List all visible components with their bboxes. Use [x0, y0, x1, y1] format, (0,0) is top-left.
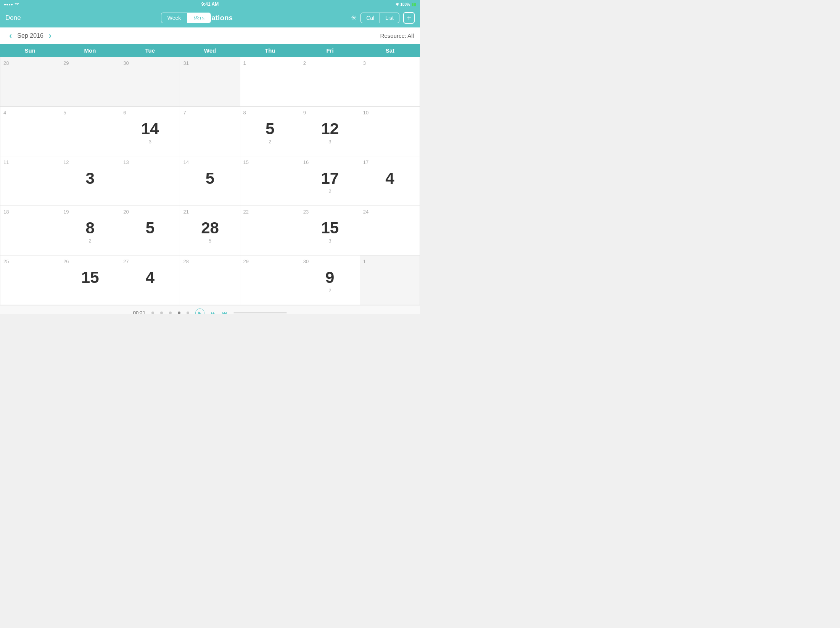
reservation-count: 5	[123, 219, 177, 237]
calendar-cell[interactable]: 7	[180, 107, 240, 156]
calendar-cell[interactable]: 1	[360, 255, 420, 305]
calendar-cell[interactable]: 205	[120, 206, 180, 255]
calendar-cell[interactable]: 29	[60, 57, 120, 107]
calendar-cell[interactable]: 174	[360, 156, 420, 206]
status-right-icons: ✱ 100% ▮▮	[396, 2, 416, 6]
calendar-cell[interactable]: 1	[240, 57, 300, 107]
calendar-cell[interactable]: 15	[240, 156, 300, 206]
reservation-count: 15	[303, 219, 357, 237]
calendar-cell[interactable]: 123	[60, 156, 120, 206]
cell-date: 17	[363, 159, 369, 165]
day-header-fri: Fri	[300, 44, 360, 57]
cell-date: 22	[243, 209, 249, 215]
sub-count: 2	[303, 188, 357, 194]
calendar-cell[interactable]: 4	[0, 107, 60, 156]
day-header-sun: Sun	[0, 44, 60, 57]
calendar-cell[interactable]: 6143	[120, 107, 180, 156]
add-button[interactable]: +	[403, 12, 415, 24]
calendar-cell[interactable]: 2	[300, 57, 360, 107]
calendar-cell[interactable]: 11	[0, 156, 60, 206]
done-button[interactable]: Done	[5, 14, 21, 22]
next-month-button[interactable]: ›	[46, 31, 55, 41]
dot-5	[187, 312, 189, 314]
playback-progress-bar[interactable]	[233, 312, 287, 313]
cell-date: 11	[3, 159, 9, 165]
reservation-count: 28	[183, 219, 237, 237]
reservation-count: 12	[303, 120, 357, 138]
nav-bar: Done Week Mon Reservations ✳ Cal List +	[0, 8, 420, 27]
battery-percent: 100%	[400, 2, 410, 6]
playback-time: 00:21	[133, 310, 146, 314]
cell-date: 30	[303, 259, 309, 264]
calendar-cell[interactable]: 28	[180, 255, 240, 305]
calendar-cell[interactable]: 9123	[300, 107, 360, 156]
reservation-count: 9	[303, 268, 357, 287]
bottom-bar: 00:21 ▶ ⏭ ⏮	[0, 305, 420, 314]
month-label: Sep 2016	[17, 32, 43, 39]
skip-forward-icon[interactable]: ⏭	[211, 310, 216, 314]
calendar-cell[interactable]: 22	[240, 206, 300, 255]
nav-right-controls: ✳ Cal List +	[351, 12, 415, 24]
cell-date: 28	[183, 259, 188, 264]
calendar-cell[interactable]: 10	[360, 107, 420, 156]
calendar-cell[interactable]: 25	[0, 255, 60, 305]
cell-date: 19	[63, 209, 69, 215]
cal-list-toggle: Cal List	[360, 13, 399, 23]
week-button[interactable]: Week	[161, 13, 188, 23]
sub-count: 5	[183, 238, 237, 244]
calendar-cell[interactable]: 3	[360, 57, 420, 107]
cell-date: 3	[363, 60, 366, 66]
calendar-cell[interactable]: 852	[240, 107, 300, 156]
calendar-cell[interactable]: 31	[180, 57, 240, 107]
sub-count: 2	[303, 287, 357, 293]
resource-label: Resource: All	[380, 32, 414, 39]
prev-month-button[interactable]: ‹	[6, 31, 15, 41]
cell-date: 14	[183, 159, 188, 165]
calendar-grid: 2829303112345614378529123101112313145151…	[0, 57, 420, 305]
calendar-cell[interactable]: 16172	[300, 156, 360, 206]
cell-date: 20	[123, 209, 129, 215]
day-header-mon: Mon	[60, 44, 120, 57]
cal-button[interactable]: Cal	[361, 13, 380, 23]
calendar-cell[interactable]: 2615	[60, 255, 120, 305]
calendar-cell[interactable]: 18	[0, 206, 60, 255]
day-header-sat: Sat	[360, 44, 420, 57]
cell-date: 12	[63, 159, 69, 165]
dot-1	[151, 312, 154, 314]
cell-date: 31	[183, 60, 188, 66]
calendar-cell[interactable]: 29	[240, 255, 300, 305]
reservation-count: 4	[363, 169, 417, 188]
status-time: 9:41 AM	[201, 2, 219, 7]
reservation-count: 8	[63, 219, 117, 237]
calendar-cell[interactable]: 5	[60, 107, 120, 156]
calendar-cell[interactable]: 30	[120, 57, 180, 107]
reservation-count: 5	[183, 169, 237, 188]
play-button[interactable]: ▶	[195, 308, 204, 314]
month-nav: ‹ Sep 2016 › Resource: All	[0, 27, 420, 44]
cell-date: 4	[3, 110, 6, 116]
calendar-cell[interactable]: 274	[120, 255, 180, 305]
calendar-cell[interactable]: 24	[360, 206, 420, 255]
cell-date: 29	[243, 259, 249, 264]
calendar-cell[interactable]: 145	[180, 156, 240, 206]
skip-back-icon[interactable]: ⏮	[222, 310, 227, 314]
loading-icon: ✳	[351, 14, 357, 22]
sub-count: 2	[243, 139, 297, 145]
cell-date: 13	[123, 159, 129, 165]
cell-date: 16	[303, 159, 309, 165]
cell-date: 29	[63, 60, 69, 66]
sub-count: 3	[303, 238, 357, 244]
list-button[interactable]: List	[380, 13, 399, 23]
calendar-cell[interactable]: 1982	[60, 206, 120, 255]
calendar-cell[interactable]: 28	[0, 57, 60, 107]
cell-date: 7	[183, 110, 186, 116]
calendar-cell[interactable]: 13	[120, 156, 180, 206]
calendar-cell[interactable]: 23153	[300, 206, 360, 255]
calendar-cell[interactable]: 3092	[300, 255, 360, 305]
sub-count: 3	[123, 139, 177, 145]
calendar-cell[interactable]: 21285	[180, 206, 240, 255]
reservation-count: 3	[63, 169, 117, 188]
dot-4	[178, 312, 180, 314]
play-icon: ▶	[198, 311, 201, 314]
cell-date: 15	[243, 159, 249, 165]
